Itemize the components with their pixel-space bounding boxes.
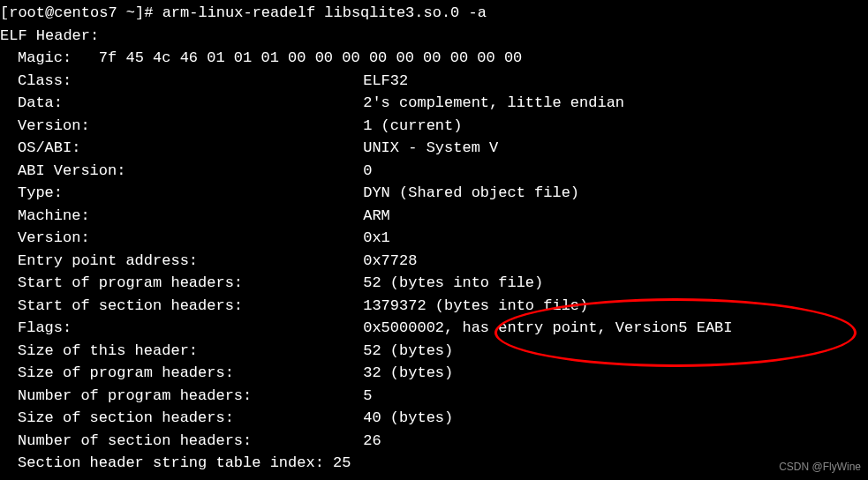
value-os-abi: UNIX - System V <box>363 139 498 156</box>
value-data: 2's complement, little endian <box>363 94 624 111</box>
prompt-host: centos7 <box>54 4 117 21</box>
label-type: Type: <box>18 184 63 201</box>
label-entry-point: Entry point address: <box>18 252 198 269</box>
row-type: Type: DYN (Shared object file) <box>0 182 868 205</box>
label-size-this-header: Size of this header: <box>18 342 198 359</box>
row-abi-version: ABI Version: 0 <box>0 160 868 183</box>
row-start-prog-headers: Start of program headers: 52 (bytes into… <box>0 272 868 295</box>
row-version: Version: 1 (current) <box>0 115 868 138</box>
row-size-this-header: Size of this header: 52 (bytes) <box>0 340 868 363</box>
value-entry-point: 0x7728 <box>363 252 417 269</box>
value-machine: ARM <box>363 207 390 224</box>
terminal-prompt-line: [root@centos7 ~]# arm-linux-readelf libs… <box>0 2 868 25</box>
row-data: Data: 2's complement, little endian <box>0 92 868 115</box>
label-flags: Flags: <box>18 319 72 336</box>
row-size-prog-headers: Size of program headers: 32 (bytes) <box>0 362 868 385</box>
value-version: 1 (current) <box>363 117 462 134</box>
label-num-prog-headers: Number of program headers: <box>18 387 252 404</box>
label-start-prog-headers: Start of program headers: <box>18 274 243 291</box>
row-shstrtab-index: Section header string table index: 25 <box>0 452 868 475</box>
elf-header-title: ELF Header: <box>0 25 868 48</box>
label-version: Version: <box>18 117 90 134</box>
value-abi-version: 0 <box>363 162 372 179</box>
prompt-user: root <box>9 4 45 21</box>
prompt-command: arm-linux-readelf libsqlite3.so.0 -a <box>162 4 487 21</box>
value-shstrtab-index: 25 <box>333 454 351 471</box>
prompt-symbol: # <box>144 4 153 21</box>
value-flags: 0x5000002, has entry point, Version5 EAB… <box>363 319 732 336</box>
label-class: Class: <box>18 72 72 89</box>
value-start-prog-headers: 52 (bytes into file) <box>363 274 543 291</box>
value-num-sect-headers: 26 <box>363 432 381 449</box>
row-num-sect-headers: Number of section headers: 26 <box>0 430 868 453</box>
value-magic: 7f 45 4c 46 01 01 01 00 00 00 00 00 00 0… <box>99 49 522 66</box>
value-num-prog-headers: 5 <box>363 387 372 404</box>
label-size-prog-headers: Size of program headers: <box>18 364 234 381</box>
row-class: Class: ELF32 <box>0 70 868 93</box>
row-num-prog-headers: Number of program headers: 5 <box>0 385 868 408</box>
row-os-abi: OS/ABI: UNIX - System V <box>0 137 868 160</box>
watermark-text: CSDN @FlyWine <box>779 459 861 475</box>
prompt-path: ~ <box>126 4 135 21</box>
value-size-sect-headers: 40 (bytes) <box>363 409 453 426</box>
value-size-prog-headers: 32 (bytes) <box>363 364 453 381</box>
value-start-sect-headers: 1379372 (bytes into file) <box>363 297 588 314</box>
row-magic: Magic: 7f 45 4c 46 01 01 01 00 00 00 00 … <box>0 47 868 70</box>
label-magic: Magic: <box>18 49 72 66</box>
row-machine: Machine: ARM <box>0 205 868 228</box>
value-class: ELF32 <box>363 72 408 89</box>
label-version-hex: Version: <box>18 229 90 246</box>
label-abi-version: ABI Version: <box>18 162 125 179</box>
row-start-sect-headers: Start of section headers: 1379372 (bytes… <box>0 295 868 318</box>
label-start-sect-headers: Start of section headers: <box>18 297 243 314</box>
row-flags: Flags: 0x5000002, has entry point, Versi… <box>0 317 868 340</box>
label-data: Data: <box>18 94 63 111</box>
label-os-abi: OS/ABI: <box>18 139 80 156</box>
value-size-this-header: 52 (bytes) <box>363 342 453 359</box>
row-version-hex: Version: 0x1 <box>0 227 868 250</box>
label-size-sect-headers: Size of section headers: <box>18 409 234 426</box>
row-entry-point: Entry point address: 0x7728 <box>0 250 868 273</box>
label-shstrtab-index: Section header string table index: <box>18 454 324 471</box>
value-version-hex: 0x1 <box>363 229 390 246</box>
value-type: DYN (Shared object file) <box>363 184 579 201</box>
row-size-sect-headers: Size of section headers: 40 (bytes) <box>0 407 868 430</box>
label-num-sect-headers: Number of section headers: <box>18 432 252 449</box>
label-machine: Machine: <box>18 207 90 224</box>
